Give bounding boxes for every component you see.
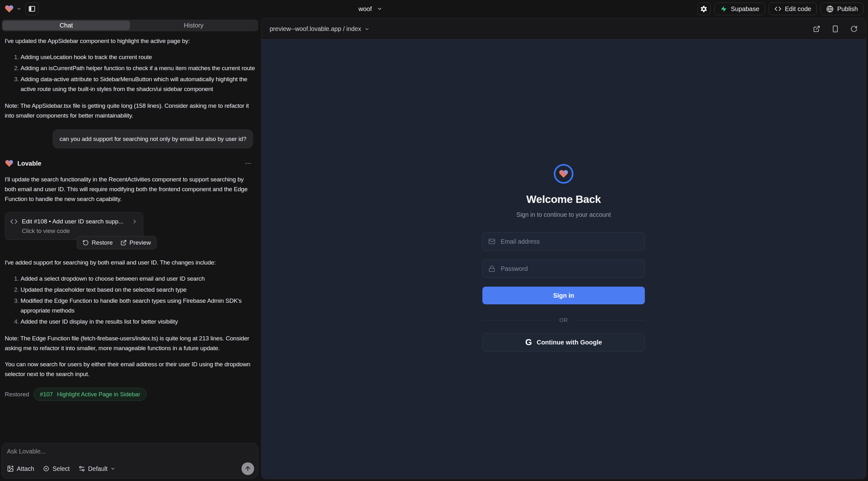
attach-button[interactable]: Attach bbox=[7, 465, 34, 473]
project-selector[interactable]: woof bbox=[356, 3, 384, 15]
assistant-name: Lovable bbox=[18, 160, 41, 167]
version-title: Highlight Active Page in Sidebar bbox=[57, 391, 140, 398]
ellipsis-icon bbox=[245, 160, 252, 167]
edit-card-header: Edit #108 • Add user ID search supp... bbox=[10, 218, 138, 225]
publish-button[interactable]: Publish bbox=[820, 3, 864, 15]
assistant-message-note: Note: The Edge Function file (fetch-fire… bbox=[5, 333, 255, 353]
message-menu-button[interactable] bbox=[243, 159, 253, 168]
send-button[interactable] bbox=[242, 462, 254, 475]
password-input[interactable] bbox=[500, 265, 639, 273]
chevron-down-icon bbox=[17, 6, 22, 11]
topbar: woof Supabase Edit code Publish bbox=[0, 0, 868, 18]
publish-label: Publish bbox=[837, 5, 858, 13]
edit-code-label: Edit code bbox=[785, 5, 811, 13]
assistant-message-note: Note: The AppSidebar.tsx file is getting… bbox=[5, 101, 255, 120]
lovable-heart-icon bbox=[5, 159, 13, 168]
attach-label: Attach bbox=[17, 465, 34, 473]
topbar-left bbox=[4, 3, 38, 15]
restore-button[interactable]: Restore bbox=[83, 239, 113, 246]
arrow-up-icon bbox=[244, 465, 251, 472]
preview-header: preview--woof.lovable.app / index bbox=[261, 19, 866, 39]
edit-card[interactable]: Edit #108 • Add user ID search supp... C… bbox=[5, 212, 143, 240]
version-chip[interactable]: #107 Highlight Active Page in Sidebar bbox=[33, 388, 146, 401]
supabase-button[interactable]: Supabase bbox=[714, 3, 765, 15]
preview-url-selector[interactable]: preview--woof.lovable.app / index bbox=[270, 25, 370, 33]
password-field bbox=[483, 259, 645, 278]
list-item: Adding an isCurrentPath helper function … bbox=[21, 63, 255, 73]
preview-app: Welcome Back Sign in to continue to your… bbox=[261, 39, 866, 479]
chat-panel: Chat History I've updated the AppSidebar… bbox=[0, 18, 260, 481]
toggle-sidebar-button[interactable] bbox=[25, 3, 38, 15]
lovable-logo-menu[interactable] bbox=[4, 4, 22, 13]
sign-in-button[interactable]: Sign in bbox=[483, 287, 645, 304]
user-message-row: can you add support for searching not on… bbox=[5, 129, 255, 149]
chat-history-tabs: Chat History bbox=[2, 20, 258, 31]
user-message-bubble: can you add support for searching not on… bbox=[53, 129, 253, 149]
refresh-icon bbox=[850, 25, 858, 33]
assistant-header: Lovable bbox=[5, 159, 255, 168]
chevron-down-icon bbox=[377, 6, 382, 12]
divider-line bbox=[483, 320, 552, 321]
email-input[interactable] bbox=[500, 238, 639, 246]
select-button[interactable]: Select bbox=[43, 465, 69, 473]
mail-icon bbox=[488, 238, 495, 245]
restored-label: Restored bbox=[5, 391, 29, 398]
chat-input[interactable] bbox=[7, 448, 243, 460]
refresh-button[interactable] bbox=[850, 25, 858, 33]
lovable-app-window: woof Supabase Edit code Publish Chat bbox=[0, 0, 868, 481]
supabase-label: Supabase bbox=[731, 5, 759, 13]
preview-label: Preview bbox=[130, 239, 151, 246]
list-item: Adding useLocation hook to track the cur… bbox=[21, 52, 255, 62]
chat-mode-label: Default bbox=[88, 465, 108, 473]
chat-mode-button[interactable]: Default bbox=[79, 465, 116, 473]
preview-button[interactable]: Preview bbox=[120, 239, 151, 246]
google-label: Continue with Google bbox=[537, 339, 602, 346]
external-link-icon bbox=[120, 239, 127, 246]
auth-subtitle: Sign in to continue to your account bbox=[516, 211, 611, 218]
edit-card-subtitle: Click to view code bbox=[22, 228, 138, 234]
select-target-icon bbox=[43, 465, 50, 472]
version-number: #107 bbox=[40, 391, 53, 398]
auth-title: Welcome Back bbox=[526, 193, 601, 205]
composer: Attach Select Default bbox=[2, 443, 258, 478]
smartphone-icon bbox=[832, 25, 839, 33]
edit-card-actions: Restore Preview bbox=[77, 236, 156, 249]
edit-card-group: Edit #108 • Add user ID search supp... C… bbox=[5, 212, 255, 249]
supabase-bolt-icon bbox=[720, 5, 727, 13]
app-heart-icon bbox=[559, 169, 569, 179]
composer-toolbar: Attach Select Default bbox=[7, 462, 254, 475]
list-item: Adding data-active attribute to SidebarM… bbox=[21, 74, 255, 94]
topbar-right: Supabase Edit code Publish bbox=[697, 3, 864, 15]
lock-icon bbox=[488, 265, 495, 272]
gear-icon bbox=[700, 5, 708, 13]
code-icon bbox=[10, 218, 18, 225]
assistant-message-text: You can now search for users by either t… bbox=[5, 359, 255, 379]
preview-panel: preview--woof.lovable.app / index bbox=[261, 18, 866, 479]
globe-icon bbox=[826, 5, 834, 13]
sliders-icon bbox=[79, 465, 85, 472]
code-icon bbox=[774, 5, 781, 12]
list-item: Added a select dropdown to choose betwee… bbox=[21, 274, 255, 284]
tab-history[interactable]: History bbox=[130, 21, 257, 30]
chat-messages: I've updated the AppSidebar component to… bbox=[2, 31, 258, 443]
chevron-down-icon bbox=[365, 27, 370, 32]
or-divider: OR bbox=[483, 317, 645, 324]
assistant-message-text: I've added support for searching by both… bbox=[5, 258, 255, 267]
tab-chat[interactable]: Chat bbox=[3, 21, 130, 30]
attach-image-icon bbox=[7, 465, 14, 472]
preview-actions bbox=[813, 25, 858, 33]
list-item: Added the user ID display in the results… bbox=[21, 317, 255, 326]
external-link-icon bbox=[813, 25, 820, 33]
email-field bbox=[483, 232, 645, 251]
preview-url: preview--woof.lovable.app / index bbox=[270, 25, 361, 33]
open-in-new-tab-button[interactable] bbox=[813, 25, 820, 33]
list-item: Modified the Edge Function to handle bot… bbox=[21, 296, 255, 315]
mobile-view-button[interactable] bbox=[832, 25, 839, 33]
restore-icon bbox=[83, 239, 89, 246]
settings-button[interactable] bbox=[697, 3, 711, 15]
assistant-message-list: Adding useLocation hook to track the cur… bbox=[5, 52, 255, 94]
assistant-message-list: Added a select dropdown to choose betwee… bbox=[5, 274, 255, 326]
google-sign-in-button[interactable]: G Continue with Google bbox=[483, 333, 645, 351]
edit-code-button[interactable]: Edit code bbox=[769, 3, 817, 15]
edit-card-title: Edit #108 • Add user ID search supp... bbox=[22, 218, 123, 225]
